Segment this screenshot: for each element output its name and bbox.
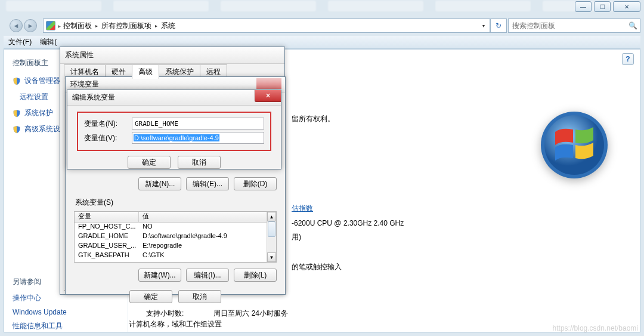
sidebar-item-label: 设备管理器	[24, 76, 60, 86]
breadcrumb-bar[interactable]: ▸ 控制面板 ▸ 所有控制面板项 ▸ 系统 ▾	[43, 19, 490, 33]
address-toolbar: ◄ ► ▸ 控制面板 ▸ 所有控制面板项 ▸ 系统 ▾ ↻ 🔍	[4, 18, 640, 33]
table-row[interactable]: FP_NO_HOST_C...NO	[75, 223, 267, 232]
envdlg-ok-button[interactable]: 确定	[129, 290, 172, 303]
editdlg-title: 编辑系统变量	[67, 90, 281, 106]
experience-index-link[interactable]: 估指数	[292, 204, 313, 214]
sys-edit-button[interactable]: 编辑(I)...	[186, 269, 229, 282]
shield-icon	[13, 109, 21, 118]
watermark: https://blog.csdn.net/baomi	[553, 324, 638, 332]
var-value-label: 变量值(V):	[84, 133, 132, 143]
user-new-button[interactable]: 新建(N)...	[138, 177, 181, 190]
sidebar-item-label: 系统保护	[24, 108, 53, 118]
highlight-box: 变量名(N): 变量值(V): D:\software\gradle\gradl…	[77, 112, 271, 151]
copyright-fragment: 留所有权利。	[292, 114, 335, 124]
close-button[interactable]: ✕	[613, 1, 640, 12]
sys-new-button[interactable]: 新建(W)...	[138, 269, 181, 282]
editdlg-cancel-button[interactable]: 取消	[178, 156, 221, 169]
sysvar-col-name[interactable]: 变量	[75, 212, 139, 222]
refresh-button[interactable]: ↻	[490, 19, 507, 33]
breadcrumb-arrow-1[interactable]: ▸	[94, 23, 99, 29]
editdlg-ok-button[interactable]: 确定	[128, 156, 171, 169]
edit-system-variable-dialog: 编辑系统变量 ✕ 变量名(N): 变量值(V): D:\software\gra…	[67, 90, 281, 169]
var-name-input[interactable]	[132, 118, 264, 130]
support-label: 支持小时数:	[146, 309, 184, 319]
system-vars-table: 变量 值 FP_NO_HOST_C...NO GRADLE_HOMED:\sof…	[74, 211, 277, 263]
sys-delete-button[interactable]: 删除(L)	[234, 269, 277, 282]
system-properties-title: 系统属性	[60, 47, 284, 64]
envdlg-cancel-button[interactable]: 取消	[178, 290, 221, 303]
sys-var-buttons: 新建(W)... 编辑(I)... 删除(L)	[74, 269, 277, 282]
minimize-button[interactable]: —	[575, 1, 592, 12]
user-edit-button[interactable]: 编辑(E)...	[186, 177, 229, 190]
var-value-selection: D:\software\gradle\gradle-4.9	[134, 134, 219, 141]
support-hours: 支持小时数: 周日至周六 24小时服务	[146, 309, 288, 319]
search-input[interactable]	[509, 21, 626, 30]
user-delete-button[interactable]: 删除(D)	[234, 177, 277, 190]
breadcrumb-root-sep: ▸	[58, 23, 61, 29]
search-box: 🔍	[508, 19, 640, 33]
user-var-buttons: 新建(N)... 编辑(E)... 删除(D)	[74, 177, 277, 190]
breadcrumb-arrow-2[interactable]: ▸	[154, 23, 159, 29]
search-icon[interactable]: 🔍	[626, 21, 640, 30]
table-row[interactable]: GTK_BASEPATHC:\GTK	[75, 251, 267, 261]
breadcrumb-item-1[interactable]: 控制面板	[63, 21, 92, 31]
sysvar-col-value[interactable]: 值	[139, 212, 267, 222]
shield-icon	[13, 125, 21, 134]
memory-fragment: 用)	[292, 232, 301, 242]
control-panel-icon	[46, 21, 55, 30]
cpu-fragment: -6200U CPU @ 2.30GHz 2.40 GHz	[292, 219, 404, 227]
pen-touch-fragment: 的笔或触控输入	[292, 262, 342, 272]
sidebar-link-performance[interactable]: 性能信息和工具	[4, 319, 128, 334]
scroll-thumb[interactable]	[268, 221, 275, 237]
scroll-up-button[interactable]: ▲	[267, 212, 276, 221]
editdlg-close-button[interactable]: ✕	[255, 90, 281, 102]
var-value-input[interactable]: D:\software\gradle\gradle-4.9	[132, 132, 264, 144]
editdlg-buttons: 确定 取消	[77, 156, 271, 169]
scroll-down-button[interactable]: ▼	[267, 252, 276, 262]
menu-file[interactable]: 文件(F)	[8, 37, 32, 47]
nav-forward-button[interactable]: ►	[24, 19, 37, 32]
maximize-button[interactable]: ☐	[594, 1, 611, 12]
tab-advanced[interactable]: 高级	[132, 64, 159, 79]
envdlg-bottom-buttons: 确定 取消	[74, 290, 277, 303]
sidebar-item-label: 高级系统设	[24, 124, 60, 134]
envdlg-close-button[interactable]	[256, 78, 281, 89]
sysvar-scrollbar[interactable]: ▲ ▼	[267, 212, 276, 262]
nav-back-button[interactable]: ◄	[10, 19, 23, 32]
table-row[interactable]: GRADLE_HOMED:\software\gradle\gradle-4.9	[75, 232, 267, 242]
var-name-label: 变量名(N):	[84, 119, 132, 129]
sidebar-item-label: 远程设置	[20, 92, 48, 102]
help-button[interactable]: ?	[622, 53, 634, 65]
breadcrumb-dropdown[interactable]: ▾	[480, 23, 487, 29]
svg-point-1	[544, 115, 604, 175]
window-controls: — ☐ ✕	[575, 1, 640, 12]
windows-logo-icon	[538, 109, 610, 181]
table-row[interactable]: GRADLE_USER_...E:\repogradle	[75, 242, 267, 251]
background-blur	[0, 0, 644, 13]
computer-name-section-label: 计算机名称，域和工作组设置	[129, 319, 222, 329]
support-value: 周日至周六 24小时服务	[213, 309, 288, 319]
menu-edit[interactable]: 编辑(	[40, 37, 57, 47]
shield-icon	[13, 77, 21, 85]
system-vars-label: 系统变量(S)	[75, 198, 275, 208]
breadcrumb-item-3[interactable]: 系统	[161, 21, 175, 31]
breadcrumb-item-2[interactable]: 所有控制面板项	[101, 21, 151, 31]
